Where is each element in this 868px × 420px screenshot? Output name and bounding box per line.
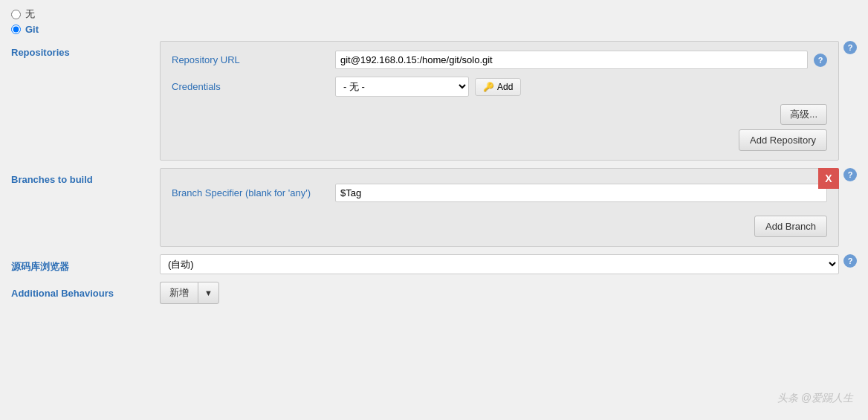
new-behaviour-button[interactable]: 新增 [160, 282, 198, 304]
radio-git-item: Git [11, 24, 857, 35]
branch-specifier-label: Branch Specifier (blank for 'any') [172, 187, 335, 198]
source-browser-section: 源码库浏览器 (自动) ? [11, 254, 857, 274]
branches-help-icon[interactable]: ? [843, 168, 857, 181]
add-key-button[interactable]: 🔑 Add [475, 78, 521, 96]
repo-url-help-icon[interactable]: ? [814, 54, 827, 67]
repo-url-input[interactable] [335, 51, 808, 69]
radio-none-item: 无 [11, 7, 857, 21]
radio-git-label: Git [25, 24, 39, 35]
branches-section: Branches to build X Branch Specifier (bl… [11, 168, 857, 247]
repo-url-row: Repository URL ? [172, 51, 827, 69]
source-browser-help-icon[interactable]: ? [843, 254, 857, 268]
new-behaviour-dropdown-button[interactable]: ▼ [198, 282, 219, 304]
repositories-content: Repository URL ? Credentials - 无 - [160, 41, 839, 161]
radio-group: 无 Git [11, 7, 857, 35]
repositories-help-icon[interactable]: ? [843, 41, 857, 54]
source-browser-label: 源码库浏览器 [11, 254, 160, 274]
additional-behaviours-section: Additional Behaviours 新增 ▼ [11, 282, 857, 304]
key-icon: 🔑 [483, 82, 494, 92]
repo-url-label: Repository URL [172, 54, 335, 65]
source-browser-input-wrapper: (自动) [160, 254, 839, 274]
credentials-label: Credentials [172, 81, 335, 92]
radio-git[interactable] [11, 25, 21, 34]
additional-behaviours-label: Additional Behaviours [11, 282, 160, 299]
delete-branch-button[interactable]: X [818, 168, 839, 189]
credentials-input-wrapper: - 无 - 🔑 Add [335, 77, 827, 97]
repositories-label: Repositories [11, 41, 160, 58]
repositories-section: Repositories Repository URL ? Credential… [11, 41, 857, 161]
branches-label: Branches to build [11, 168, 160, 185]
branches-content: X Branch Specifier (blank for 'any') Add… [160, 168, 839, 247]
radio-none-label: 无 [25, 7, 35, 21]
repo-button-area: 高级... Add Repository [172, 104, 827, 151]
branch-specifier-input-wrapper [335, 184, 827, 202]
branch-specifier-row: Branch Specifier (blank for 'any') [172, 184, 827, 202]
credentials-controls: - 无 - 🔑 Add [335, 77, 827, 97]
branch-specifier-input[interactable] [335, 184, 827, 202]
credentials-row: Credentials - 无 - 🔑 Add [172, 77, 827, 97]
credentials-select[interactable]: - 无 - [335, 77, 469, 97]
add-repository-button[interactable]: Add Repository [739, 129, 827, 151]
repo-url-input-wrapper [335, 51, 808, 69]
watermark: 头条 @爱踢人生 [777, 392, 853, 405]
radio-none[interactable] [11, 10, 21, 19]
source-browser-select[interactable]: (自动) [160, 254, 839, 274]
add-branch-button[interactable]: Add Branch [754, 216, 827, 237]
add-key-label: Add [497, 82, 513, 92]
advanced-button[interactable]: 高级... [780, 104, 827, 125]
new-split-button: 新增 ▼ [160, 282, 219, 304]
